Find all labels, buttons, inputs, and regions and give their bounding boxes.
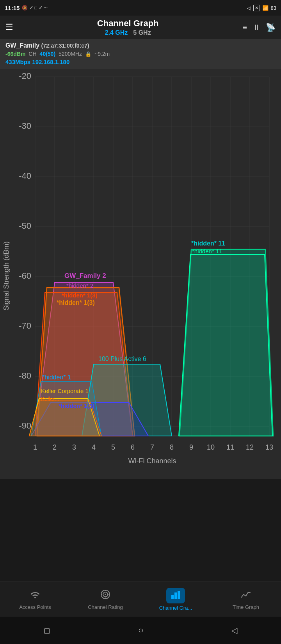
notification-icons: 🔕 ✓ □ ✓ ··· xyxy=(22,5,48,11)
label-gw-family-2: GW_Family 2 xyxy=(64,272,106,279)
hamburger-menu[interactable]: ☰ xyxy=(5,22,13,32)
back-button[interactable]: ◁ xyxy=(231,626,237,635)
x-ch-3: 3 xyxy=(72,443,76,451)
label-keller-corporate: Keller Corporate 1 xyxy=(41,388,89,394)
home-button[interactable]: ○ xyxy=(138,625,143,635)
x-ch-12: 12 xyxy=(246,443,254,451)
status-icons: ◁ ✕ 📶 83 xyxy=(247,5,276,11)
x-ch-5: 5 xyxy=(111,443,115,451)
bottom-nav: Access Points Channel Rating Channel Gra xyxy=(0,582,281,617)
top-bar: ☰ Channel Graph 2.4 GHz 5 GHz ≡ ⏸ 📡 xyxy=(0,16,281,39)
x-ch-9: 9 xyxy=(189,443,193,451)
x-ch-2: 2 xyxy=(53,443,57,451)
location-icon: ◁ xyxy=(247,5,251,11)
freq-tabs[interactable]: 2.4 GHz 5 GHz xyxy=(20,29,235,36)
y-label-70: -70 xyxy=(19,321,31,331)
recent-apps-button[interactable]: ◻ xyxy=(44,626,50,635)
android-nav-bar: ◻ ○ ◁ xyxy=(0,617,281,644)
target-nav-icon xyxy=(100,589,111,603)
nav-channel-rating[interactable]: Channel Rating xyxy=(70,589,140,610)
nav-label-channel-rating: Channel Rating xyxy=(88,604,123,610)
y-axis-title: Signal Strength (dBm) xyxy=(2,241,10,310)
frequency-value: 5200MHz xyxy=(59,51,82,57)
bar-nav-icon-bg xyxy=(166,588,185,603)
top-action-icons: ≡ ⏸ 📡 xyxy=(242,23,276,32)
nav-label-time-graph: Time Graph xyxy=(233,604,259,610)
label-hidden-11-sub: *hidden* 11 xyxy=(192,248,222,254)
network-ssid: GW_Family (72:a7:31:00:f0:c7) xyxy=(5,42,276,49)
distance-value: ~9.2m xyxy=(94,51,110,57)
x-ch-6: 6 xyxy=(131,443,135,451)
nav-time-graph[interactable]: Time Graph xyxy=(211,589,281,610)
x-axis-title: Wi-Fi Channels xyxy=(128,457,176,465)
label-hidden-1-3-red: *hidden* 1(3) xyxy=(62,292,98,299)
network-hidden-11-green xyxy=(179,254,272,436)
x-ch-10: 10 xyxy=(207,443,215,451)
label-hidden-11-top: *hidden* 11 xyxy=(191,240,225,247)
y-label-50: -50 xyxy=(19,221,31,231)
x-ch-1: 1 xyxy=(33,443,37,451)
status-bar: 11:15 🔕 ✓ □ ✓ ··· ◁ ✕ 📶 83 xyxy=(0,0,281,16)
status-time: 11:15 🔕 ✓ □ ✓ ··· xyxy=(5,5,48,11)
svg-rect-31 xyxy=(174,592,177,599)
ch-label: CH xyxy=(28,51,36,57)
title-area: Channel Graph 2.4 GHz 5 GHz xyxy=(20,18,235,36)
y-label-30: -30 xyxy=(19,121,31,131)
label-keller: Keller... xyxy=(41,396,59,402)
x-ch-11: 11 xyxy=(226,443,234,451)
pause-icon[interactable]: ⏸ xyxy=(253,23,260,32)
x-ch-13: 13 xyxy=(265,443,273,451)
nav-label-channel-graph: Channel Gra... xyxy=(159,605,192,611)
y-label-40: -40 xyxy=(19,171,31,181)
page-title: Channel Graph xyxy=(20,18,235,28)
signal-strength: -66dBm xyxy=(5,51,25,57)
x-ch-4: 4 xyxy=(92,443,96,451)
y-label-80: -80 xyxy=(19,371,31,381)
svg-rect-30 xyxy=(171,595,174,599)
nav-label-access-points: Access Points xyxy=(19,604,51,610)
lock-icon: 🔒 xyxy=(85,51,91,57)
nav-access-points[interactable]: Access Points xyxy=(0,589,70,610)
x-icon: ✕ xyxy=(253,5,260,11)
filter-icon[interactable]: ≡ xyxy=(242,23,247,32)
battery-display: 83 xyxy=(271,5,276,11)
label-hidden-1-blue: *hidden* 1 xyxy=(42,374,71,381)
channel-value: 40(50) xyxy=(40,51,55,57)
line-chart-nav-icon xyxy=(240,589,251,603)
label-hidden-1-3-bottom: *hidden* 1(3) xyxy=(59,402,94,409)
y-label-60: -60 xyxy=(19,271,31,281)
tab-24ghz[interactable]: 2.4 GHz xyxy=(105,29,128,36)
svg-rect-32 xyxy=(178,591,180,599)
wifi-nav-icon xyxy=(30,589,41,603)
y-label-20: -20 xyxy=(19,71,31,81)
y-label-90: -90 xyxy=(19,421,31,431)
nav-channel-graph[interactable]: Channel Gra... xyxy=(140,588,211,611)
x-ch-7: 7 xyxy=(150,443,154,451)
label-hidden-1-3-orange: *hidden* 1(3) xyxy=(57,299,95,306)
info-bar: GW_Family (72:a7:31:00:f0:c7) -66dBm CH … xyxy=(0,39,281,69)
chart-svg: -20 -30 -40 -50 -60 -70 -80 -90 Signal S… xyxy=(0,69,281,479)
network-details-row: -66dBm CH 40(50) 5200MHz 🔒 ~9.2m xyxy=(5,51,276,57)
x-ch-8: 8 xyxy=(170,443,174,451)
tab-5ghz[interactable]: 5 GHz xyxy=(133,29,151,36)
signal-mode-icon[interactable]: 📡 xyxy=(266,23,276,32)
time-display: 11:15 xyxy=(5,5,20,11)
svg-point-25 xyxy=(105,594,106,595)
speed-ip: 433Mbps 192.168.1.180 xyxy=(5,59,276,65)
label-hidden-2: *hidden* 2 xyxy=(66,282,93,289)
wifi-status-icon: 📶 xyxy=(262,5,269,11)
label-100plus: 100 Plus Active 6 xyxy=(98,356,146,362)
channel-graph: -20 -30 -40 -50 -60 -70 -80 -90 Signal S… xyxy=(0,69,281,479)
